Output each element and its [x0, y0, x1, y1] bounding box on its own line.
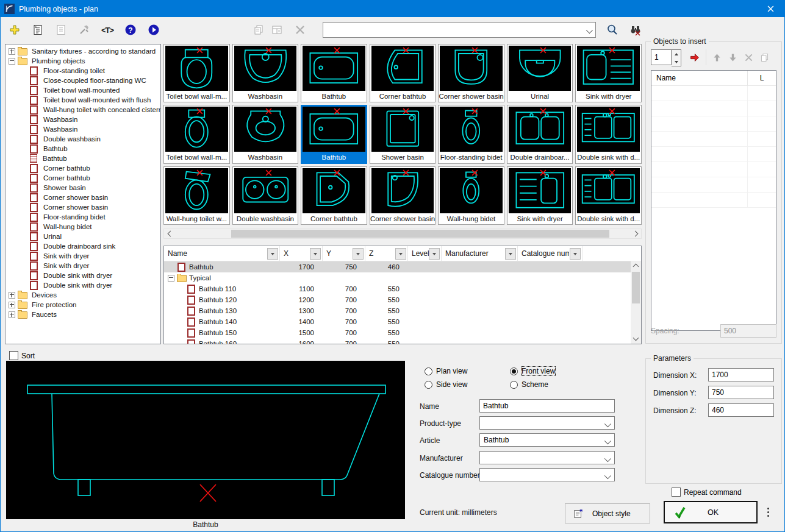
tree-item-label[interactable]: Bathtub — [41, 155, 69, 162]
name-input[interactable] — [479, 399, 615, 413]
search-button[interactable] — [603, 21, 622, 38]
table-row[interactable]: Bathtub 150 1500 700 550 — [164, 327, 641, 338]
tree-item[interactable]: Corner bathtub — [5, 173, 160, 183]
dimension-x-input[interactable] — [708, 368, 774, 381]
thumbnail-tile[interactable]: Corner bathtub — [370, 44, 436, 102]
thumbnail-tile[interactable]: Double drainboar... — [507, 105, 573, 164]
tree-item-label[interactable]: Double sink with dryer — [41, 282, 114, 289]
manufacturer-combobox[interactable] — [479, 451, 615, 464]
tree-item[interactable]: Corner shower basin — [5, 193, 160, 202]
preview-canvas[interactable] — [6, 361, 405, 519]
object-style-button[interactable]: Object style — [565, 503, 650, 523]
column-header-x[interactable]: X — [280, 246, 323, 261]
table-row[interactable]: Bathtub 130 1300 700 550 — [164, 305, 641, 316]
tree-item[interactable]: Fire protection — [5, 300, 160, 310]
tree-item[interactable]: Double sink with dryer — [5, 271, 160, 280]
tree-item-label[interactable]: Wall-hung toilet with concealed cistern — [41, 106, 161, 113]
tree-item[interactable]: Double drainboard sink — [5, 241, 160, 251]
tree-item[interactable]: Corner shower basin — [5, 202, 160, 212]
thumbnail-tile[interactable]: Double sink with d... — [575, 166, 642, 225]
properties-button[interactable] — [268, 21, 286, 38]
tree-item-label[interactable]: Corner bathtub — [41, 174, 92, 182]
tree-item-label[interactable]: Plumbing objects — [30, 57, 87, 65]
tree-expander-icon[interactable] — [9, 58, 15, 65]
tree-item-label[interactable]: Sanitary fixtures - according to standar… — [30, 48, 157, 55]
thumbnail-tile[interactable]: Toilet bowl wall-m... — [163, 44, 230, 102]
row-name[interactable]: Typical — [189, 274, 211, 282]
tree-item-label[interactable]: Corner shower basin — [41, 194, 110, 201]
scroll-left-icon[interactable] — [164, 229, 174, 238]
add-button[interactable] — [5, 21, 24, 38]
scrollbar-thumb[interactable] — [632, 272, 640, 303]
filter-dropdown-icon[interactable] — [310, 248, 321, 260]
tree-item-label[interactable]: Corner bathtub — [41, 165, 92, 172]
tree-item[interactable]: Faucets — [5, 310, 160, 319]
spin-down-icon[interactable] — [672, 58, 681, 66]
dimension-z-input[interactable] — [708, 403, 774, 417]
search-combobox[interactable] — [323, 22, 596, 38]
tree-item-label[interactable]: Wall-hung bidet — [41, 223, 93, 230]
tree-item-label[interactable]: Toilet bowl wall-mounted with flush — [41, 96, 152, 104]
radio-icon[interactable] — [425, 367, 432, 375]
radio-side-view[interactable]: Side view — [421, 380, 467, 389]
tree-item-label[interactable]: Bathtub — [41, 145, 70, 152]
text-tool-button[interactable]: <T> — [98, 21, 116, 38]
duplicate-button[interactable] — [756, 49, 772, 65]
tree-item[interactable]: Corner bathtub — [5, 163, 160, 173]
move-down-button[interactable] — [725, 49, 740, 65]
tree-expander-icon[interactable] — [9, 311, 15, 318]
tree-item[interactable]: Bathtub — [5, 144, 160, 154]
tree-item-label[interactable]: Double washbasin — [41, 135, 102, 143]
filter-dropdown-icon[interactable] — [505, 248, 516, 260]
thumbnail-tile[interactable]: Corner bathtub — [301, 166, 367, 225]
thumbnail-tile[interactable]: Urinal — [507, 44, 573, 102]
tree-item[interactable]: Toilet bowl wall-mounted with flush — [5, 95, 160, 105]
insert-button[interactable] — [686, 49, 702, 65]
radio-icon[interactable] — [510, 367, 518, 375]
tree-item[interactable]: Close-coupled floor-standing WC — [5, 76, 160, 85]
remove-button[interactable] — [740, 49, 756, 65]
thumbnail-tile[interactable]: Toilet bowl wall-m... — [163, 105, 230, 164]
thumbnails-scrollbar[interactable] — [163, 229, 642, 239]
table-row[interactable]: Bathtub 140 1400 700 550 — [164, 316, 641, 327]
filter-dropdown-icon[interactable] — [570, 248, 581, 260]
row-name[interactable]: Bathtub 120 — [199, 296, 237, 303]
filter-dropdown-icon[interactable] — [395, 248, 406, 260]
dimension-y-input[interactable] — [708, 386, 774, 399]
thumbnail-tile[interactable]: Washbasin — [232, 105, 299, 164]
insert-col-l[interactable]: L — [748, 74, 776, 82]
column-header-level[interactable]: Level — [408, 246, 442, 261]
tree-item-label[interactable]: Shower basin — [41, 184, 88, 191]
tree-item[interactable]: Sink with dryer — [5, 251, 160, 261]
copy-object-button[interactable] — [249, 21, 268, 38]
help-button[interactable]: ? — [121, 21, 140, 38]
tree-item-label[interactable]: Fire protection — [30, 301, 79, 308]
tree-item-label[interactable]: Urinal — [41, 233, 63, 240]
catalogue-combobox[interactable] — [479, 468, 615, 481]
radio-icon[interactable] — [510, 381, 518, 389]
tools-button[interactable] — [75, 21, 93, 38]
tree-item-label[interactable]: Double drainboard sink — [41, 243, 117, 250]
spin-up-icon[interactable] — [672, 50, 681, 58]
find-button[interactable] — [626, 21, 645, 38]
table-row[interactable]: Typical — [164, 272, 641, 283]
tree-expander-icon[interactable] — [9, 292, 15, 299]
tree-expander-icon[interactable] — [9, 48, 15, 55]
filter-dropdown-icon[interactable] — [353, 248, 364, 260]
delete-button[interactable] — [291, 21, 309, 38]
thumbnail-tile[interactable]: Sink with dryer — [507, 166, 573, 225]
column-header-z[interactable]: Z — [365, 246, 408, 261]
tree-item-label[interactable]: Faucets — [30, 311, 59, 318]
count-input[interactable] — [651, 49, 672, 65]
table-row[interactable]: Bathtub 1700 750 460 — [164, 261, 641, 272]
tree-item-label[interactable]: Floor-standing toilet — [41, 67, 107, 74]
radio-icon[interactable] — [425, 381, 432, 389]
tree-item-label[interactable]: Floor-standing bidet — [41, 213, 107, 221]
tree-item[interactable]: Bathtub — [5, 154, 160, 163]
scroll-right-icon[interactable] — [631, 229, 641, 238]
product-type-combobox[interactable] — [479, 416, 615, 430]
tree-item[interactable]: Plumbing objects — [5, 56, 160, 66]
tree-expander-icon[interactable] — [9, 302, 15, 308]
count-spinner[interactable] — [651, 49, 681, 65]
thumbnail-tile[interactable]: Floor-standing bidet — [438, 105, 504, 164]
